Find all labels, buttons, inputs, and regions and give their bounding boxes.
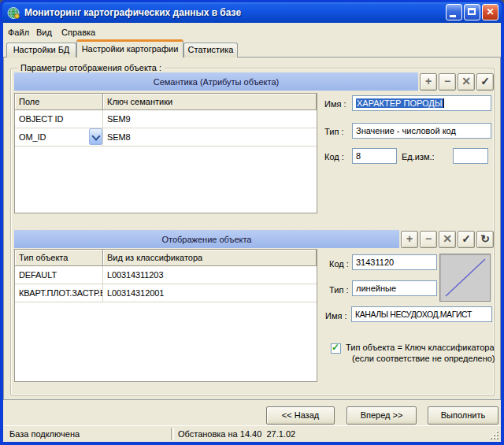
semantics-code-input[interactable]: 8 [352,148,397,164]
display-code-label: Код : [329,259,349,269]
semantics-delete-button[interactable]: ✕ [458,73,475,91]
display-add-button[interactable]: + [401,231,418,248]
table-row[interactable]: OBJECT ID SEM9 [15,110,317,128]
globe-map-icon [7,6,20,20]
semantics-add-button[interactable]: + [420,73,437,91]
plus-icon: + [425,75,432,87]
display-apply-button[interactable]: ✓ [458,231,475,248]
status-bar: База подключена Обстановка на 14.40 27.1… [3,425,501,442]
display-header-bar: Отображение объекта [14,230,399,248]
column-header-classifier-view: Вид из классификатора [103,250,317,266]
menu-help[interactable]: Справка [58,26,98,39]
cell-field[interactable]: OBJECT ID [15,110,103,128]
tab-statistics[interactable]: Статистика [183,43,238,57]
display-header-title: Отображение объекта [161,235,251,244]
close-icon: ✕ [486,6,494,17]
cell-object-type[interactable]: DEFAULT [15,266,103,284]
check-icon: ✓ [480,75,490,87]
back-button[interactable]: << Назад [266,406,335,425]
selected-text: ХАРАКТЕР ПОРОДЫ [356,98,443,108]
menu-file[interactable]: Файл [5,26,32,39]
display-remove-button[interactable]: − [420,231,437,248]
resize-grip[interactable] [489,430,500,441]
text-caret [443,98,444,108]
menu-view[interactable]: Вид [33,26,55,39]
groupbox-title: Параметры отображения объекта : [17,63,165,72]
display-table-header: Тип объекта Вид из классификатора [15,250,317,266]
display-type-label: Тип : [329,285,348,295]
semantics-code-label: Код : [324,152,344,161]
semantics-remove-button[interactable]: − [439,73,456,91]
minus-icon: − [425,232,432,245]
minus-icon: − [444,75,450,87]
display-code-input[interactable]: 31431120 [352,254,437,270]
table-row[interactable]: КВАРТ.ПЛОТ.ЗАСТР.В L00314312001 [15,284,317,302]
column-header-field: Поле [15,94,103,110]
unit-input[interactable] [453,148,488,164]
table-row[interactable]: DEFAULT L00314311203 [15,266,317,284]
cross-icon: ✕ [443,232,452,245]
unit-label: Ед.изм.: [402,152,435,161]
column-header-object-type: Тип объекта [15,250,103,266]
cell-key[interactable]: SEM8 [103,128,317,146]
minimize-icon [450,15,456,17]
cell-classifier-view[interactable]: L00314311203 [103,266,317,284]
plus-icon: + [406,232,413,245]
line-style-preview[interactable] [439,254,491,302]
semantics-header-title: Семантика (Атрибуты объекта) [154,77,280,87]
maximize-button[interactable] [464,4,480,20]
semantics-name-input[interactable]: ХАРАКТЕР ПОРОДЫ [352,95,491,111]
display-name-input[interactable]: КАНАЛЫ НЕСУДОХОД.МАГИСТ [351,306,492,322]
window-title: Мониторинг картографических данных в баз… [24,7,241,18]
execute-button[interactable]: Выполнить [428,406,498,425]
cell-object-type[interactable]: КВАРТ.ПЛОТ.ЗАСТР.В [15,284,103,302]
status-divider [171,428,174,440]
display-name-label: Имя : [325,311,347,321]
line-style-preview-icon [440,254,490,301]
cell-field-combobox[interactable]: OM_ID [15,128,103,146]
column-header-semantic-key: Ключ семантики [103,94,317,110]
semantics-header-bar: Семантика (Атрибуты объекта) [14,72,418,91]
cell-classifier-view[interactable]: L00314312001 [103,284,317,302]
cell-key[interactable]: SEM9 [103,110,317,128]
status-situation-timestamp: Обстановка на 14.40 27.1.02 [178,429,295,439]
table-row[interactable]: OM_ID SEM8 [15,128,317,146]
cross-icon: ✕ [461,75,471,87]
title-bar[interactable]: Мониторинг картографических данных в баз… [2,2,502,23]
semantics-apply-button[interactable]: ✓ [476,73,494,91]
checkbox-label-line1: Тип объекта = Ключ классификатора [346,343,495,352]
chevron-down-icon [91,132,100,140]
checkbox-label-line2: (если соответствие не определено) [352,354,495,363]
tab-cartography-settings[interactable]: Настройки картографии [76,39,183,57]
status-db-connection: База подключена [9,429,80,439]
check-icon: ✓ [332,342,339,353]
semantics-table: Поле Ключ семантики OBJECT ID SEM9 OM_ID… [14,93,317,213]
display-type-input[interactable]: линейные [352,280,437,296]
semantics-type-input[interactable]: Значение - числовой код [352,123,491,139]
semantics-table-header: Поле Ключ семантики [15,94,317,110]
maximize-icon [468,8,476,15]
tab-db-settings[interactable]: Настройки БД [6,43,76,57]
object-type-equals-key-checkbox[interactable]: ✓ [331,343,341,354]
minimize-button[interactable] [446,4,462,20]
refresh-icon: ↻ [480,232,490,245]
semantics-type-label: Тип : [324,127,343,136]
display-refresh-button[interactable]: ↻ [476,231,494,248]
combobox-value: OM_ID [19,132,46,142]
display-delete-button[interactable]: ✕ [439,231,456,248]
app-window: Мониторинг картографических данных в баз… [0,0,504,445]
forward-button[interactable]: Вперед >> [346,406,417,425]
close-button[interactable]: ✕ [482,4,498,20]
check-icon: ✓ [461,232,471,245]
display-table: Тип объекта Вид из классификатора DEFAUL… [14,249,317,382]
semantics-name-label: Имя : [324,99,346,109]
combobox-dropdown-button[interactable] [89,128,102,145]
